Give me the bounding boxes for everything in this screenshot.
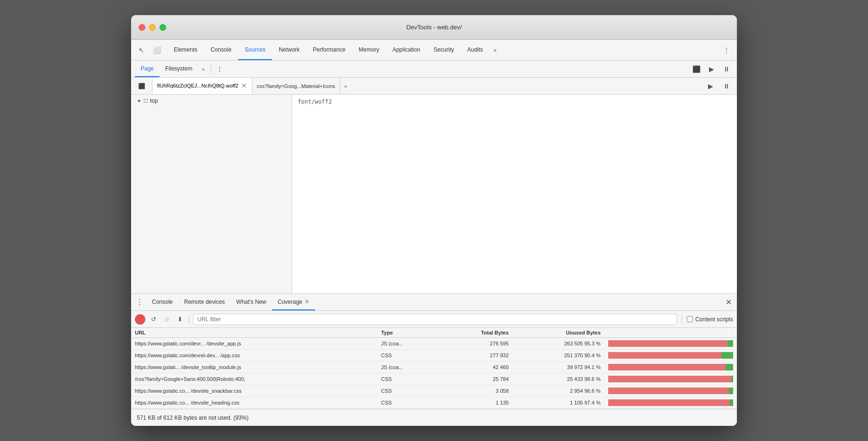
cell-total-bytes: 276 595: [439, 338, 512, 350]
used-bar: [729, 388, 733, 394]
export-icon[interactable]: ⬇: [175, 314, 185, 325]
cell-type: JS (coa...: [377, 362, 439, 373]
device-toggle-icon[interactable]: ⬜: [150, 44, 163, 57]
table-row[interactable]: /css?family=Google+Sans:400,500|Roboto:4…: [131, 373, 737, 385]
drawer-close-button[interactable]: ✕: [722, 296, 735, 309]
cell-url: /css?family=Google+Sans:400,500|Roboto:4…: [131, 373, 377, 385]
tab-elements[interactable]: Elements: [167, 40, 204, 60]
cell-url: https://www.gstatic.co... /devsite_snack…: [131, 385, 377, 397]
coverage-toolbar: ↺ ⊘ ⬇ Content scripts: [131, 311, 737, 328]
content-scripts-checkbox[interactable]: [687, 316, 693, 322]
coverage-divider2: [682, 315, 682, 324]
table-row[interactable]: https://www.gstatic.com/devrel-dev... /a…: [131, 350, 737, 362]
coverage-bar: [608, 399, 733, 406]
tab-memory[interactable]: Memory: [352, 40, 386, 60]
tab-console[interactable]: Console: [204, 40, 238, 60]
cursor-icon[interactable]: ↖: [135, 44, 148, 57]
used-bar: [731, 376, 733, 382]
play-icon[interactable]: ▶: [705, 62, 718, 76]
cell-url: https://www.gstatic.com/devr... /devsite…: [131, 338, 377, 350]
status-bar: 571 KB of 612 KB bytes are not used. (93…: [131, 409, 737, 426]
reload-icon[interactable]: ↺: [148, 314, 159, 325]
more-tabs-button[interactable]: »: [490, 40, 501, 60]
coverage-table: URL Type Total Bytes Unused Bytes https:…: [131, 328, 737, 409]
drawer-tab-remote-devices[interactable]: Remote devices: [178, 294, 230, 310]
coverage-table-container: URL Type Total Bytes Unused Bytes https:…: [131, 328, 737, 409]
secondary-tabs: Page Filesystem »: [135, 61, 209, 77]
cell-bar: [604, 385, 737, 397]
tab-performance[interactable]: Performance: [306, 40, 352, 60]
cell-unused-bytes: 25 433 98.6 %: [513, 373, 604, 385]
table-row[interactable]: https://www.gstati... /devsite_tooltip_m…: [131, 362, 737, 373]
pause-icon[interactable]: ⏸: [720, 62, 733, 76]
table-row[interactable]: https://www.gstatic.co... /devsite_snack…: [131, 385, 737, 397]
devtools-window: DevTools - web.dev/ ↖ ⬜ Elements Console…: [131, 15, 737, 426]
cell-bar: [604, 373, 737, 385]
clear-icon[interactable]: ⊘: [161, 314, 172, 325]
coverage-bar: [608, 364, 733, 370]
run-icon[interactable]: ▶: [704, 79, 717, 93]
pause2-icon[interactable]: ⏸: [720, 79, 733, 93]
status-text: 571 KB of 612 KB bytes are not used. (93…: [137, 415, 248, 421]
unused-bar: [608, 340, 727, 347]
tab-filesystem[interactable]: Filesystem: [159, 61, 198, 77]
file-tabs-bar: ⬛ flUhRq6tzZclQEJ...NcIhQ8tQ.woff2 ✕ css…: [131, 78, 737, 95]
main-toolbar: ↖ ⬜ Elements Console Sources Network Per…: [131, 40, 737, 61]
back-format-icon[interactable]: ⬛: [135, 79, 148, 93]
kebab-icon[interactable]: ⋮: [213, 62, 226, 76]
content-scripts-text: Content scripts: [695, 316, 733, 323]
used-bar: [721, 352, 733, 359]
maximize-button[interactable]: [159, 24, 166, 31]
cell-type: CSS: [377, 385, 439, 397]
tree-item-top[interactable]: ▼ ☐ top: [131, 95, 292, 107]
cell-total-bytes: 1 135: [439, 397, 512, 409]
cell-total-bytes: 42 460: [439, 362, 512, 373]
cell-bar: [604, 397, 737, 409]
tab-security[interactable]: Security: [427, 40, 461, 60]
col-header-type: Type: [377, 328, 439, 338]
cell-total-bytes: 3 058: [439, 385, 512, 397]
file-tab-woff2[interactable]: flUhRq6tzZclQEJ...NcIhQ8tQ.woff2 ✕: [152, 78, 252, 94]
secondary-right: ⬛ ▶ ⏸: [690, 62, 733, 76]
used-bar: [730, 399, 733, 406]
secondary-toolbar: Page Filesystem » ⋮ ⬛ ▶ ⏸: [131, 61, 737, 78]
tab-page[interactable]: Page: [135, 61, 159, 77]
drawer-tab-coverage[interactable]: Coverage ✕: [272, 294, 315, 310]
cell-url: https://www.gstatic.com/devrel-dev... /a…: [131, 350, 377, 362]
drawer-console-label: Console: [152, 299, 173, 305]
table-row[interactable]: https://www.gstatic.com/devr... /devsite…: [131, 338, 737, 350]
minimize-button[interactable]: [149, 24, 156, 31]
cell-bar: [604, 350, 737, 362]
format-icon[interactable]: ⬛: [690, 62, 703, 76]
col-header-total: Total Bytes: [439, 328, 512, 338]
cell-type: CSS: [377, 350, 439, 362]
main-nav-tabs: Elements Console Sources Network Perform…: [167, 40, 720, 60]
url-filter-input[interactable]: [193, 314, 677, 325]
record-button[interactable]: [135, 314, 145, 325]
close-button[interactable]: [139, 24, 145, 31]
secondary-more-icon[interactable]: »: [198, 61, 208, 77]
file-tab-woff2-close[interactable]: ✕: [241, 82, 247, 89]
cell-unused-bytes: 39 972 94.1 %: [513, 362, 604, 373]
settings-icon[interactable]: ⋮: [720, 44, 733, 57]
drawer-kebab-icon[interactable]: ⋮: [133, 296, 146, 309]
drawer-coverage-label: Coverage: [278, 299, 302, 305]
coverage-tab-close-icon[interactable]: ✕: [304, 298, 310, 305]
tab-sources[interactable]: Sources: [238, 40, 272, 60]
drawer-tab-console[interactable]: Console: [146, 294, 178, 310]
content-scripts-label[interactable]: Content scripts: [687, 316, 733, 323]
col-header-unused: Unused Bytes: [513, 328, 604, 338]
cell-url: https://www.gstati... /devsite_tooltip_m…: [131, 362, 377, 373]
tab-audits[interactable]: Audits: [461, 40, 489, 60]
drawer-tab-whats-new[interactable]: What's New: [230, 294, 272, 310]
file-tab-css[interactable]: css?family=Goog...Material+Icons: [252, 78, 341, 94]
cell-type: CSS: [377, 373, 439, 385]
coverage-bar: [608, 376, 733, 382]
table-row[interactable]: https://www.gstatic.co... /devsite_headi…: [131, 397, 737, 409]
file-tabs-left: ⬛: [131, 78, 152, 94]
window-title: DevTools - web.dev/: [406, 24, 461, 31]
tab-network[interactable]: Network: [272, 40, 306, 60]
tab-application[interactable]: Application: [386, 40, 427, 60]
col-header-url: URL: [131, 328, 377, 338]
file-tabs-more[interactable]: »: [340, 78, 351, 94]
